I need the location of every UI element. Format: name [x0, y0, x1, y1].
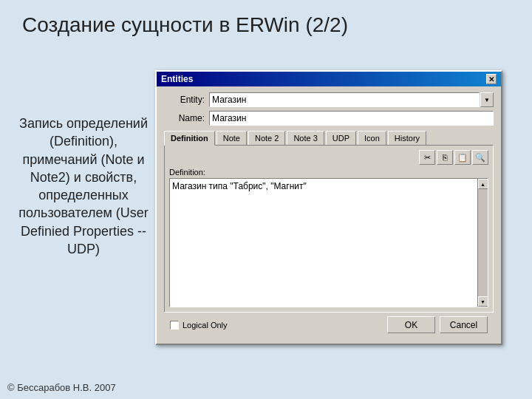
dialog-titlebar: Entities ✕ [157, 72, 501, 86]
left-description: Запись определений (Definition), примеча… [13, 115, 154, 258]
scroll-up-button[interactable]: ▲ [478, 179, 488, 189]
vertical-scrollbar[interactable]: ▲ ▼ [477, 179, 488, 307]
scroll-down-button[interactable]: ▼ [478, 296, 488, 307]
entity-row: Entity: Магазин ▼ [164, 92, 494, 107]
page-title: Создание сущности в ERWin (2/2) [0, 0, 532, 44]
logical-only-checkbox[interactable] [170, 321, 179, 330]
tab-toolbar: ✂ ⎘ 📋 🔍 [169, 150, 488, 165]
entity-label: Entity: [164, 95, 205, 105]
definition-label: Definition: [169, 168, 488, 177]
tab-note2[interactable]: Note 2 [248, 131, 285, 146]
tab-note-label: Note [223, 134, 240, 143]
tab-note[interactable]: Note [216, 131, 247, 146]
name-label: Name: [164, 113, 205, 123]
tab-note3-label: Note 3 [293, 134, 317, 143]
entity-dropdown-button[interactable]: ▼ [480, 92, 494, 107]
entity-input[interactable]: Магазин [209, 92, 480, 107]
dialog-title: Entities [161, 74, 193, 84]
tab-icon-label: Icon [364, 134, 380, 143]
entity-input-container: Магазин ▼ [209, 92, 494, 107]
paste-button[interactable]: 📋 [454, 150, 471, 165]
tab-udp-label: UDP [332, 134, 349, 143]
dialog-bottom: Logical Only OK Cancel [164, 313, 494, 338]
logical-only-label: Logical Only [183, 321, 228, 330]
cut-button[interactable]: ✂ [419, 150, 435, 165]
tabs-container: Definition Note Note 2 Note 3 UDP Icon H… [164, 130, 494, 145]
tab-note3[interactable]: Note 3 [287, 131, 324, 146]
tab-icon[interactable]: Icon [358, 131, 386, 146]
definition-text: Магазин типа "Табрис", "Магнит" [172, 181, 480, 307]
name-input[interactable]: Магазин [209, 111, 494, 126]
tab-content: ✂ ⎘ 📋 🔍 Definition: Магазин типа "Табрис… [164, 145, 494, 313]
tab-definition-label: Definition [171, 134, 208, 143]
name-row: Name: Магазин [164, 111, 494, 126]
cancel-button[interactable]: Cancel [440, 316, 488, 333]
dialog-body: Entity: Магазин ▼ Name: Магазин Definiti… [157, 86, 501, 344]
tab-udp[interactable]: UDP [326, 131, 356, 146]
copy-button[interactable]: ⎘ [437, 150, 453, 165]
scroll-track [478, 189, 488, 296]
copyright: © Бессарабов Н.В. 2007 [7, 382, 116, 393]
button-row: OK Cancel [387, 316, 488, 333]
properties-button[interactable]: 🔍 [472, 150, 488, 165]
dialog-close-button[interactable]: ✕ [486, 74, 497, 84]
tab-history[interactable]: History [388, 131, 426, 146]
entities-dialog: Entities ✕ Entity: Магазин ▼ Name: Магаз… [155, 70, 502, 345]
tab-note2-label: Note 2 [255, 134, 279, 143]
ok-button[interactable]: OK [387, 316, 435, 333]
tab-history-label: History [395, 134, 420, 143]
checkbox-row: Logical Only [170, 321, 228, 330]
definition-textarea[interactable]: Магазин типа "Табрис", "Магнит" ▲ ▼ [169, 178, 488, 307]
tab-definition[interactable]: Definition [164, 131, 215, 146]
